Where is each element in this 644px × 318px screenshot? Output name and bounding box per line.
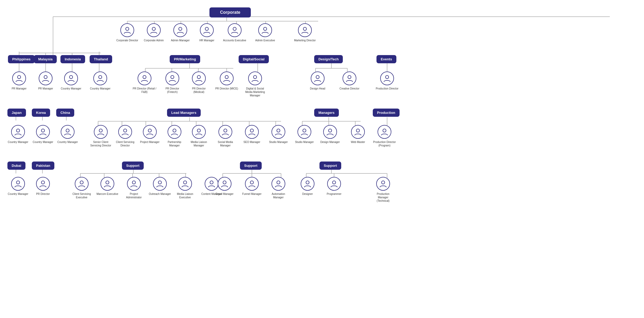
svg-point-101	[224, 129, 227, 132]
marketing-director-label: Marketing Director	[294, 39, 316, 42]
programmer: Programmer	[321, 177, 347, 196]
admin-exec-label: Admin Executive	[255, 39, 275, 42]
accounts-exec-label: Accounts Executive	[223, 39, 246, 42]
svg-point-95	[66, 129, 69, 132]
social-media-manager: Social Media Manager	[212, 125, 239, 147]
accounts-exec-node: Accounts Executive	[221, 23, 248, 42]
marketing-director-node: Marketing Director	[292, 23, 318, 42]
china-label: China	[56, 109, 74, 117]
svg-point-121	[382, 181, 385, 184]
korea-box: Korea	[32, 109, 50, 117]
outreach-manager: Outreach Manager	[147, 177, 173, 196]
sr-client-servicing-dir: Senior Client Servicing Director	[87, 125, 114, 147]
indonesia-box: Indonesia	[60, 55, 85, 63]
svg-point-103	[277, 129, 280, 132]
support3-box: Support	[319, 162, 341, 170]
lead-managers-box: Lead Managers	[167, 109, 201, 117]
production-director-events: Production Director	[374, 71, 400, 90]
cn-country-manager: Country Manager	[54, 125, 81, 144]
korea-label: Korea	[32, 109, 50, 117]
creative-director: Creative Director	[336, 71, 363, 90]
production-box: Production	[373, 109, 400, 117]
svg-point-117	[250, 181, 253, 184]
svg-point-105	[328, 129, 332, 132]
svg-point-90	[316, 75, 319, 79]
accounts-exec-avatar	[228, 23, 242, 37]
funnel-manager: Funnel Manager	[239, 177, 265, 196]
corp-admin-avatar	[147, 23, 161, 37]
svg-point-106	[356, 129, 360, 132]
corporate-box: Corporate	[209, 7, 251, 17]
dubai-label: Dubai	[7, 162, 25, 170]
ph-pr-manager: PR Manager	[6, 71, 32, 90]
admin-exec-avatar	[258, 23, 272, 37]
svg-point-111	[106, 181, 109, 184]
web-master: Web Master	[345, 125, 371, 144]
managers-box: Managers	[314, 109, 339, 117]
my-pr-manager: PR Manager	[32, 71, 59, 90]
pr-marketing-box: PR/Marketing	[170, 55, 200, 63]
admin-exec-node: Admin Executive	[252, 23, 278, 42]
svg-point-94	[41, 129, 45, 132]
design-tech-box: Design/Tech	[314, 55, 343, 63]
dubai-country-manager: Country Manager	[5, 177, 31, 196]
svg-point-97	[124, 129, 127, 132]
connector-lines	[0, 0, 644, 318]
malaysia-box: Malaysia	[34, 55, 57, 63]
svg-point-76	[179, 27, 182, 30]
admin-manager-node: Admin Manager	[167, 23, 194, 42]
svg-point-80	[303, 27, 306, 30]
support1-box: Support	[122, 162, 144, 170]
partnership-manager: Partnership Manager	[161, 125, 188, 147]
pr-dir-retail: PR Director (Retail / F&B)	[131, 71, 158, 94]
svg-point-84	[99, 75, 102, 79]
digital-social-manager: Digital & Social Media Marketing Manager	[242, 71, 268, 97]
marcom-exec: Marcom Executive	[94, 177, 121, 196]
corp-admin-node: Corporate Admin	[141, 23, 167, 42]
svg-point-107	[383, 129, 386, 132]
svg-point-87	[197, 75, 200, 79]
support1-label: Support	[122, 162, 144, 170]
pr-marketing-label: PR/Marketing	[170, 55, 200, 63]
designer: Designer	[294, 177, 321, 196]
svg-point-85	[143, 75, 146, 79]
svg-point-109	[41, 181, 45, 184]
jp-country-manager: Country Manager	[5, 125, 31, 144]
digital-social-label: Digital/Social	[239, 55, 269, 63]
svg-point-89	[253, 75, 257, 79]
svg-point-114	[183, 181, 187, 184]
pr-dir-mice: PR Director (MICE)	[213, 71, 240, 90]
svg-point-88	[225, 75, 228, 79]
org-chart: Corporate Corporate Director Corporate A…	[0, 0, 644, 318]
svg-point-119	[306, 181, 309, 184]
design-head: Design Head	[304, 71, 331, 90]
philippines-label: Philippines	[8, 55, 35, 63]
dubai-box: Dubai	[7, 162, 25, 170]
events-label: Events	[376, 55, 396, 63]
pr-dir-fintech: PR Director (Fintech)	[159, 71, 186, 94]
svg-point-104	[303, 129, 306, 132]
production-label: Production	[373, 109, 400, 117]
corporate-label: Corporate	[209, 7, 251, 17]
design-tech-label: Design/Tech	[314, 55, 343, 63]
svg-point-91	[348, 75, 351, 79]
managers-label: Managers	[314, 109, 339, 117]
svg-point-92	[385, 75, 389, 79]
svg-point-118	[277, 181, 280, 184]
malaysia-label: Malaysia	[34, 55, 57, 63]
hr-manager-label: HR Manager	[199, 39, 214, 42]
events-box: Events	[376, 55, 396, 63]
japan-label: Japan	[7, 109, 26, 117]
svg-point-75	[152, 27, 155, 30]
svg-point-100	[197, 129, 200, 132]
corp-director-node: Corporate Director	[114, 23, 141, 42]
marketing-director-avatar	[298, 23, 312, 37]
studio-manager-lead: Studio Manager	[265, 125, 292, 144]
production-manager-technical: Production Manager (Technical)	[370, 177, 396, 203]
svg-point-99	[173, 129, 176, 132]
svg-point-116	[223, 181, 226, 184]
svg-point-79	[264, 27, 267, 30]
svg-point-102	[250, 129, 253, 132]
pakistan-label: Pakistan	[32, 162, 54, 170]
pakistan-box: Pakistan	[32, 162, 54, 170]
